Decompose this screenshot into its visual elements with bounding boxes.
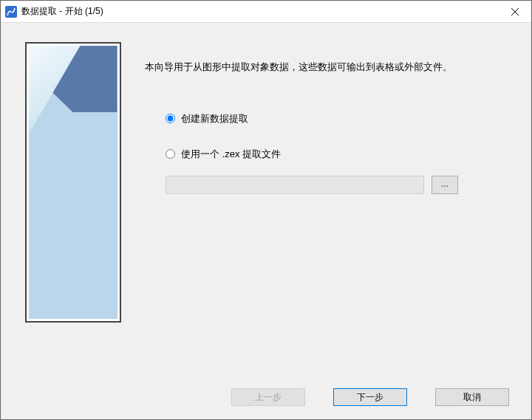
- wizard-sidebar-image: [16, 38, 130, 360]
- file-row: ...: [166, 176, 502, 194]
- intro-text: 本向导用于从图形中提取对象数据，这些数据可输出到表格或外部文件。: [145, 60, 502, 75]
- radio-use-file[interactable]: [166, 149, 175, 159]
- window-title: 数据提取 - 开始 (1/5): [21, 5, 498, 18]
- titlebar: 数据提取 - 开始 (1/5): [1, 1, 531, 23]
- app-icon: [5, 6, 17, 18]
- next-button[interactable]: 下一步: [333, 388, 407, 406]
- option-use-file[interactable]: 使用一个 .zex 提取文件: [166, 148, 502, 161]
- option-create-new[interactable]: 创建新数据提取: [166, 112, 502, 125]
- label-create-new: 创建新数据提取: [181, 112, 248, 125]
- prev-button: 上一步: [231, 388, 305, 406]
- cancel-button[interactable]: 取消: [435, 388, 509, 406]
- close-button[interactable]: [498, 1, 531, 22]
- content-area: 本向导用于从图形中提取对象数据，这些数据可输出到表格或外部文件。 创建新数据提取…: [1, 23, 531, 419]
- wizard-window: 数据提取 - 开始 (1/5) 本向导用于从图形中提取对象数据，这些数据可输出到…: [0, 0, 532, 420]
- button-bar: 上一步 下一步 取消: [1, 375, 531, 419]
- radio-create-new[interactable]: [166, 114, 175, 123]
- label-use-file: 使用一个 .zex 提取文件: [181, 148, 281, 161]
- option-group: 创建新数据提取 使用一个 .zex 提取文件 ...: [145, 112, 502, 194]
- close-icon: [511, 8, 519, 16]
- main-pane: 本向导用于从图形中提取对象数据，这些数据可输出到表格或外部文件。 创建新数据提取…: [130, 38, 516, 360]
- browse-button[interactable]: ...: [432, 176, 458, 194]
- image-frame: [25, 42, 121, 323]
- file-path-input[interactable]: [166, 176, 424, 194]
- page-icon: [29, 46, 117, 319]
- body-area: 本向导用于从图形中提取对象数据，这些数据可输出到表格或外部文件。 创建新数据提取…: [1, 23, 531, 375]
